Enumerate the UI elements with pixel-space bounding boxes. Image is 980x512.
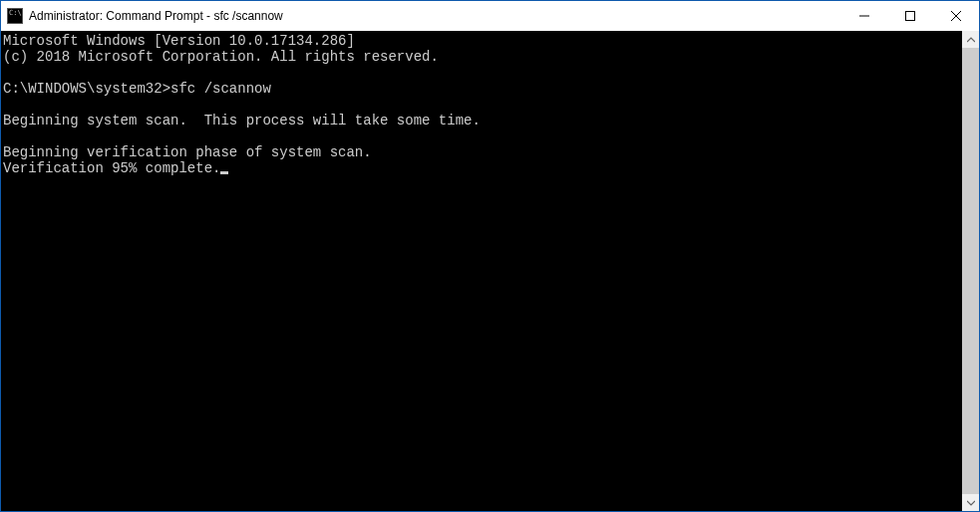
- window-controls: [841, 1, 979, 31]
- prompt-line: C:\WINDOWS\system32>sfc /scannow: [3, 81, 271, 97]
- svg-rect-1: [906, 12, 915, 21]
- command-prompt-window: Administrator: Command Prompt - sfc /sca…: [0, 0, 980, 512]
- console-area: Microsoft Windows [Version 10.0.17134.28…: [1, 31, 979, 511]
- close-icon: [951, 11, 961, 21]
- scroll-track[interactable]: [962, 48, 979, 494]
- entered-command: sfc /scannow: [170, 81, 271, 97]
- minimize-button[interactable]: [841, 1, 887, 31]
- scroll-thumb[interactable]: [962, 48, 979, 494]
- chevron-up-icon: [967, 36, 975, 44]
- os-version-line: Microsoft Windows [Version 10.0.17134.28…: [3, 33, 355, 49]
- text-cursor: [220, 171, 228, 174]
- prompt-path: C:\WINDOWS\system32>: [3, 81, 170, 97]
- scroll-down-button[interactable]: [962, 494, 979, 511]
- begin-scan-line: Beginning system scan. This process will…: [3, 113, 481, 128]
- titlebar[interactable]: Administrator: Command Prompt - sfc /sca…: [1, 1, 979, 31]
- copyright-line: (c) 2018 Microsoft Corporation. All righ…: [3, 49, 439, 65]
- verify-phase-line: Beginning verification phase of system s…: [3, 144, 372, 160]
- vertical-scrollbar[interactable]: [962, 31, 979, 511]
- cmd-icon: [7, 8, 23, 24]
- maximize-button[interactable]: [887, 1, 933, 31]
- scroll-up-button[interactable]: [962, 31, 979, 48]
- minimize-icon: [859, 11, 869, 21]
- window-title: Administrator: Command Prompt - sfc /sca…: [29, 9, 841, 23]
- maximize-icon: [905, 11, 915, 21]
- progress-line: Verification 95% complete.: [3, 160, 220, 176]
- chevron-down-icon: [967, 499, 975, 507]
- close-button[interactable]: [933, 1, 979, 31]
- console-output[interactable]: Microsoft Windows [Version 10.0.17134.28…: [1, 31, 962, 511]
